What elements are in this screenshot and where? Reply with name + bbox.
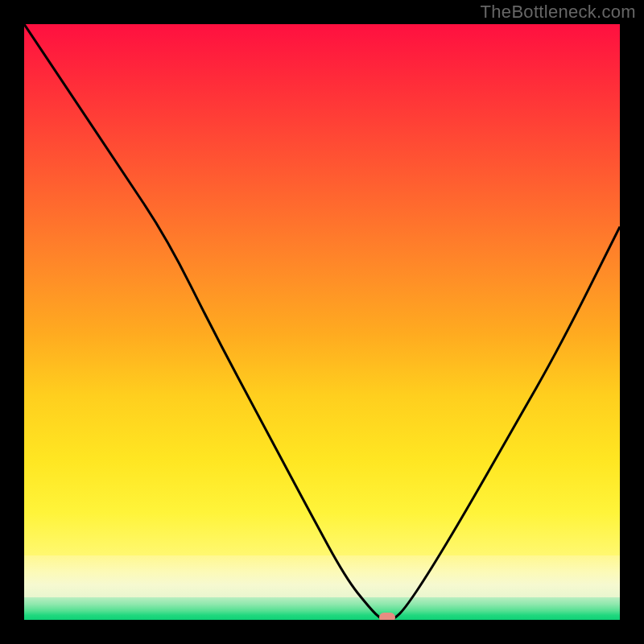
chart-frame: TheBottleneck.com (0, 0, 644, 644)
bottleneck-curve-path (24, 24, 620, 620)
optimal-point-marker (379, 613, 395, 620)
watermark-text: TheBottleneck.com (481, 2, 636, 23)
curve-svg (24, 24, 620, 620)
plot-area (24, 24, 620, 620)
